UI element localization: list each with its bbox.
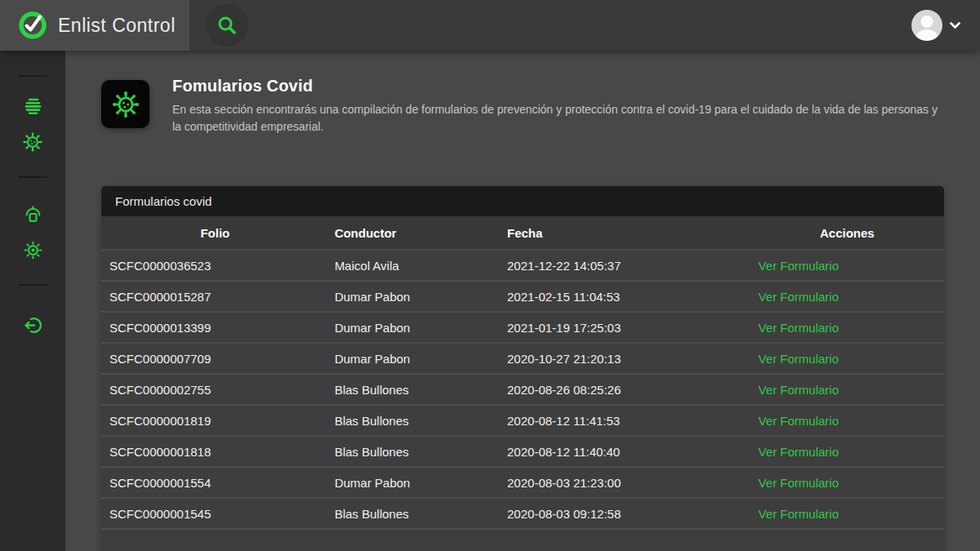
ver-formulario-link[interactable]: Ver Formulario [759,321,839,335]
conductor-cell: Blas Bullones [329,498,497,529]
table-row: SCFC0000001818Blas Bullones2020-08-12 11… [101,436,944,467]
column-header-acciones: Acciones [751,216,944,250]
virus-icon [111,90,140,119]
column-header-fecha: Fecha [497,216,751,250]
brand[interactable]: Enlist Control [0,0,189,51]
stream-list-icon [22,96,43,117]
ver-formulario-link[interactable]: Ver Formulario [759,383,839,397]
table-row: SCFC0000013399Dumar Pabon2021-01-19 17:2… [101,312,944,343]
check-circle-logo-icon [17,10,48,41]
acciones-cell: Ver Formulario [751,250,944,281]
acciones-cell: Ver Formulario [751,343,944,374]
ver-formulario-link[interactable]: Ver Formulario [759,414,839,428]
top-navbar: Enlist Control [0,0,980,51]
logout-icon [23,315,43,335]
avatar[interactable] [911,10,942,41]
table-row: SCFC0000001554Dumar Pabon2020-08-03 21:2… [101,467,944,498]
chevron-down-icon[interactable] [950,22,960,29]
conductor-cell: Maicol Avila [329,250,497,281]
acciones-cell: Ver Formulario [751,436,944,467]
acciones-cell: Ver Formulario [751,467,944,498]
fecha-cell: 2020-08-12 11:40:40 [497,436,751,467]
empty-cell [751,529,944,551]
table-head: Folio Conductor Fecha Acciones [101,216,944,250]
app-viewport: Enlist Control [0,0,980,551]
table-row-partial [101,529,944,551]
acciones-cell: Ver Formulario [751,281,944,312]
navbar-main [189,0,980,51]
sidebar-item-drivers[interactable] [19,202,47,225]
magnifier-icon [216,15,238,36]
ver-formulario-link[interactable]: Ver Formulario [759,259,839,273]
sidebar-item-logout[interactable] [19,313,47,336]
card-header: Formularios covid [101,186,944,216]
fecha-cell: 2020-08-12 11:41:53 [497,405,751,436]
folio-cell: SCFC0000036523 [101,250,329,281]
page-header: Fomularios Covid En esta sección encontr… [101,80,944,136]
conductor-cell: Dumar Pabon [329,281,497,312]
sidebar-item-covid[interactable] [19,131,47,153]
folio-cell: SCFC0000013399 [101,312,329,343]
fecha-cell: 2020-08-03 09:12:58 [497,498,751,529]
folio-cell: SCFC0000001554 [101,467,329,498]
page-title: Fomularios Covid [172,77,944,96]
sidebar-divider [18,176,47,178]
sidebar-divider [18,284,47,286]
ver-formulario-link[interactable]: Ver Formulario [759,445,839,459]
page-header-text: Fomularios Covid En esta sección encontr… [172,77,944,136]
fecha-cell: 2021-02-15 11:04:53 [497,281,751,312]
conductor-cell: Blas Bullones [329,405,497,436]
card-title: Formularios covid [115,194,212,208]
table-row: SCFC0000001545Blas Bullones2020-08-03 09… [101,498,944,529]
empty-cell [329,529,497,551]
acciones-cell: Ver Formulario [751,498,944,529]
conductor-cell: Dumar Pabon [329,312,497,343]
folio-cell: SCFC0000002755 [101,374,329,405]
ver-formulario-link[interactable]: Ver Formulario [759,290,839,304]
acciones-cell: Ver Formulario [751,312,944,343]
page-description: En esta sección encontrarás una compilac… [172,101,944,136]
main-content: Fomularios Covid En esta sección encontr… [65,51,980,551]
user-menu[interactable] [911,10,960,41]
ver-formulario-link[interactable]: Ver Formulario [759,507,839,521]
table-row: SCFC0000007709Dumar Pabon2020-10-27 21:2… [101,343,944,374]
table-header-row: Folio Conductor Fecha Acciones [101,216,944,250]
forms-card: Formularios covid Folio Conductor Fecha … [101,186,944,551]
conductor-cell: Blas Bullones [329,374,497,405]
sidebar [0,51,65,551]
column-header-folio: Folio [101,216,329,250]
table-row: SCFC0000001819Blas Bullones2020-08-12 11… [101,405,944,436]
empty-cell [101,529,329,551]
folio-cell: SCFC0000015287 [101,281,329,312]
main-layout: Fomularios Covid En esta sección encontr… [0,51,980,551]
covid-section-badge [101,80,149,128]
search-button[interactable] [206,4,248,47]
fecha-cell: 2020-08-03 21:23:00 [497,467,751,498]
acciones-cell: Ver Formulario [751,374,944,405]
folio-cell: SCFC0000001819 [101,405,329,436]
conductor-cell: Blas Bullones [329,436,497,467]
table-row: SCFC0000015287Dumar Pabon2021-02-15 11:0… [101,281,944,312]
sidebar-divider [18,75,47,77]
column-header-conductor: Conductor [329,216,497,250]
driver-icon [23,204,43,224]
fecha-cell: 2021-12-22 14:05:37 [497,250,751,281]
table-body: SCFC0000036523Maicol Avila2021-12-22 14:… [101,250,944,551]
table-row: SCFC0000002755Blas Bullones2020-08-26 08… [101,374,944,405]
fecha-cell: 2020-08-26 08:25:26 [497,374,751,405]
conductor-cell: Dumar Pabon [329,467,497,498]
ver-formulario-link[interactable]: Ver Formulario [759,476,839,490]
conductor-cell: Dumar Pabon [329,343,497,374]
folio-cell: SCFC0000001545 [101,498,329,529]
brand-name: Enlist Control [58,15,176,37]
folio-cell: SCFC0000001818 [101,436,329,467]
gear-icon [23,240,43,260]
acciones-cell: Ver Formulario [751,405,944,436]
folio-cell: SCFC0000007709 [101,343,329,374]
sidebar-item-forms[interactable] [19,95,47,118]
sidebar-item-settings[interactable] [19,238,47,261]
fecha-cell: 2021-01-19 17:25:03 [497,312,751,343]
empty-cell [497,529,751,551]
forms-table: Folio Conductor Fecha Acciones SCFC00000… [101,216,944,551]
ver-formulario-link[interactable]: Ver Formulario [759,352,839,366]
